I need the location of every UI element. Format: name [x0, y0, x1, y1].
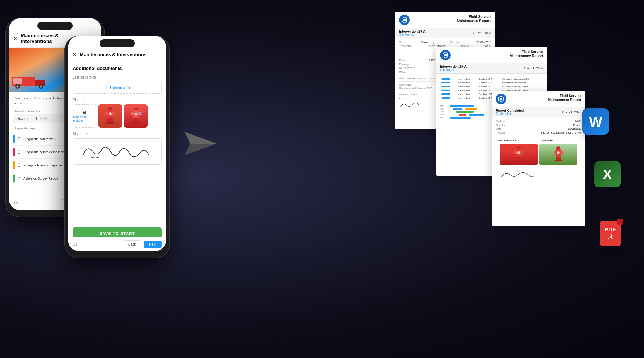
- phone2-notch: [100, 39, 135, 47]
- arrow-svg: [182, 129, 220, 158]
- report3-title-line1: Field Service: [509, 94, 581, 98]
- phone2: × Maintenances & Interventions ⋮ Additio…: [64, 36, 170, 258]
- upload-file-button[interactable]: 📄 Upload a file: [73, 82, 162, 94]
- pdf-icon: PDF 𝓐: [600, 221, 621, 246]
- r1-repair-label: Repair: [399, 70, 407, 73]
- report1-logo: [399, 15, 410, 25]
- r1-type-value: Conforming: [421, 41, 435, 44]
- phone1-close-icon[interactable]: ×: [13, 35, 17, 42]
- diag-dot-1: [13, 135, 15, 143]
- svg-rect-26: [514, 151, 517, 154]
- report3-header: Field Service Maintenance Report: [492, 91, 585, 107]
- r2-col-1a: Intervention: [457, 77, 478, 81]
- r2-gantt-bar-5: [450, 117, 471, 119]
- report3-body: Section 14/04 Country France Date 21/12/…: [492, 117, 585, 183]
- hydrant-image-1: [98, 104, 122, 128]
- r1-signature: [399, 101, 423, 110]
- excel-icon: X: [594, 161, 621, 187]
- report1-title-block: Field Service Maintenance Report: [413, 15, 491, 23]
- phone1-notch: [37, 22, 73, 30]
- svg-point-23: [500, 98, 502, 100]
- r2-gantt-label-5: Fri: [440, 117, 449, 119]
- svg-rect-34: [560, 151, 563, 154]
- r2-bar-2: [441, 82, 450, 83]
- report2-date: Dec 21, 2022: [524, 67, 543, 70]
- r2-col-1b: Section 29-A: [478, 77, 501, 81]
- pictures-row: 📷 Upload a picture: [73, 104, 162, 128]
- report2-id-bar: Intervention 29-A Conforming Dec 21, 202…: [436, 63, 547, 74]
- r3-date-value: 21/12/2022: [568, 127, 581, 130]
- diag-text-3: Energy efficiency diagnosis: [23, 163, 62, 167]
- r3-issue-process-label: Issue Under Process: [496, 139, 537, 142]
- report2-title-block: Field Service Maintenance Report: [454, 50, 543, 58]
- upload-file-icon: 📄: [103, 86, 108, 90]
- svg-point-5: [40, 85, 42, 88]
- svg-point-21: [403, 19, 406, 21]
- r2-bar-5: [441, 93, 450, 95]
- r3-country-label: Country: [496, 124, 505, 127]
- report3-id: Report Completed: [496, 109, 524, 112]
- report3-date: Dec 21, 2022: [562, 110, 581, 114]
- svg-rect-9: [105, 112, 108, 115]
- diag-text-1: Diagnostic before work: [23, 137, 56, 141]
- phone2-title: Maintenances & Interventions: [80, 52, 156, 57]
- svg-point-37: [557, 151, 560, 154]
- calendar-icon-3: 🗓: [17, 163, 21, 168]
- pdf-text: PDF: [605, 227, 616, 233]
- svg-rect-31: [556, 146, 560, 149]
- r2-bar-3: [441, 86, 450, 87]
- last-inspection-label: Last inspection: [73, 75, 162, 79]
- phone2-page-indicator: 3/3: [73, 243, 77, 246]
- report2-logo: [440, 50, 451, 60]
- word-icon: W: [582, 108, 609, 135]
- diag-dot-2: [13, 148, 15, 156]
- phone1-page-indicator: 1/3: [13, 202, 18, 205]
- hydrant-image-2: [124, 104, 148, 128]
- phone2-menu-icon[interactable]: ⋮: [156, 51, 162, 58]
- signature-box[interactable]: [73, 138, 162, 165]
- phone2-section-heading: Additional documents: [73, 66, 162, 71]
- report1-id-bar: Intervention 29-A Conforming Dec 21, 202…: [395, 28, 495, 38]
- r2-gantt-bar-1: [450, 105, 474, 107]
- calendar-icon-2: 🗓: [17, 150, 21, 154]
- word-icon-wrapper: W: [582, 108, 609, 135]
- upload-picture-button[interactable]: 📷 Upload a picture: [73, 104, 96, 128]
- signature-drawing: [73, 139, 161, 164]
- svg-rect-14: [134, 108, 138, 110]
- svg-rect-10: [112, 112, 115, 115]
- report1-header: Field Service Maintenance Report: [395, 12, 495, 28]
- phone2-next-button[interactable]: Next: [144, 241, 162, 248]
- r2-gantt-bar-2a: [453, 108, 462, 110]
- picture-thumb-2[interactable]: [124, 104, 148, 128]
- report2-id: Intervention 29-A: [440, 65, 467, 68]
- svg-rect-6: [13, 78, 22, 84]
- report1-conforming: Conforming: [399, 33, 426, 36]
- svg-rect-33: [554, 151, 556, 154]
- r2-col-2b: Section 29-A: [478, 81, 501, 85]
- report3-title-block: Field Service Maintenance Report: [509, 94, 581, 102]
- r3-hydrant-1: [500, 144, 538, 165]
- svg-rect-36: [555, 160, 562, 161]
- phone2-inner: × Maintenances & Interventions ⋮ Additio…: [68, 36, 166, 251]
- camera-icon: 📷: [82, 110, 86, 114]
- svg-rect-12: [106, 122, 114, 124]
- scene: × Maintenances & Interventions ⋮: [0, 0, 644, 358]
- r2-col-4a: Intervention: [457, 88, 478, 92]
- r2-gantt-label-4: Thu: [440, 114, 449, 116]
- phone2-back-button[interactable]: Back: [123, 240, 142, 248]
- calendar-icon-4: 🗓: [17, 176, 21, 181]
- phone2-close-icon[interactable]: ×: [73, 51, 76, 59]
- report1-id: Intervention 29-A: [399, 30, 426, 33]
- upload-picture-text: Upload a picture: [73, 115, 96, 122]
- pictures-label: Pictures: [73, 98, 162, 102]
- report-card-3: Field Service Maintenance Report Report …: [492, 91, 585, 226]
- hero-truck-icon: [12, 71, 47, 89]
- svg-point-22: [444, 54, 447, 56]
- r2-gantt-bar-4b: [469, 114, 484, 116]
- signature-label: Signature: [73, 132, 162, 136]
- r2-col-2a: Intervention: [457, 81, 478, 85]
- phone2-body: Additional documents Last inspection 📄 U…: [68, 62, 166, 225]
- picture-thumb-1[interactable]: [98, 104, 122, 128]
- svg-rect-29: [515, 160, 522, 161]
- excel-icon-wrapper: X: [594, 161, 621, 187]
